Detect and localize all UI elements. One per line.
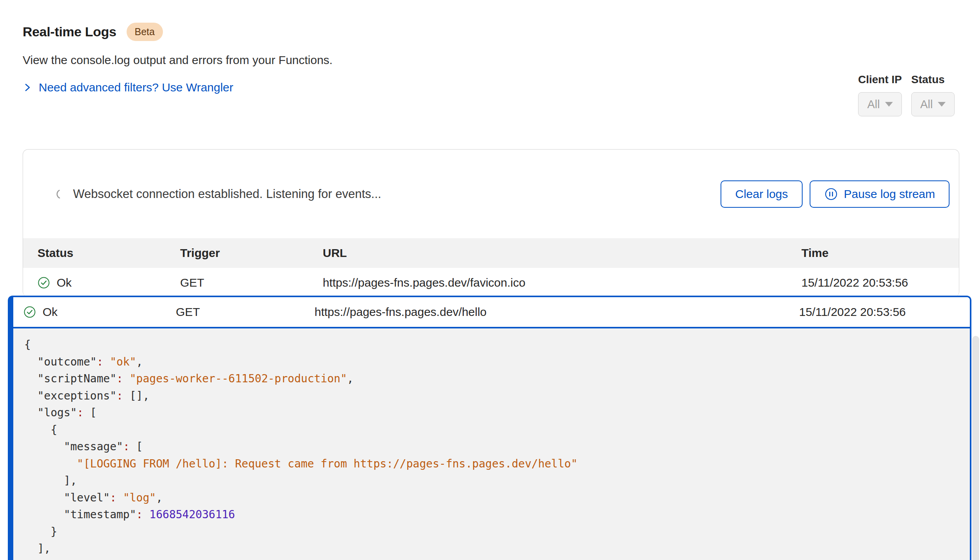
logs-card: Websocket connection established. Listen… <box>23 149 959 297</box>
time-cell: 15/11/2022 20:53:56 <box>801 276 951 289</box>
table-header: Status Trigger URL Time <box>23 238 959 268</box>
client-ip-filter-dropdown[interactable]: All <box>858 92 902 116</box>
logs-toolbar: Websocket connection established. Listen… <box>23 150 959 238</box>
status-cell: Ok <box>38 276 180 289</box>
expanded-log-entry: Ok GET https://pages-fns.pages.dev/hello… <box>8 296 971 560</box>
caret-down-icon <box>885 102 893 107</box>
chevron-right-icon <box>23 82 32 93</box>
status-label: Ok <box>43 305 57 319</box>
column-header-status: Status <box>38 246 180 260</box>
client-ip-filter-value: All <box>867 98 880 111</box>
check-circle-icon <box>38 276 50 289</box>
status-cell: Ok <box>23 305 176 319</box>
status-filter-value: All <box>920 98 933 111</box>
client-ip-filter-label: Client IP <box>858 73 902 86</box>
spinner-icon <box>56 189 67 200</box>
trigger-cell: GET <box>180 276 323 289</box>
column-header-time: Time <box>801 246 951 260</box>
scrollbar-thumb[interactable] <box>972 336 979 560</box>
clear-logs-button[interactable]: Clear logs <box>721 180 802 208</box>
filters: Client IP All Status All <box>858 73 955 116</box>
status-label: Ok <box>57 276 72 289</box>
beta-badge: Beta <box>127 23 163 41</box>
check-circle-icon <box>23 306 36 318</box>
clear-logs-button-label: Clear logs <box>735 187 788 201</box>
column-header-trigger: Trigger <box>180 246 323 260</box>
column-header-url: URL <box>323 246 801 260</box>
caret-down-icon <box>938 102 946 107</box>
trigger-cell: GET <box>176 305 315 319</box>
log-row[interactable]: Ok GET https://pages-fns.pages.dev/favic… <box>23 268 959 297</box>
connection-status-text: Websocket connection established. Listen… <box>73 187 381 201</box>
page-title: Real-time Logs <box>23 24 116 39</box>
wrangler-link[interactable]: Need advanced filters? Use Wrangler <box>23 81 233 94</box>
time-cell: 15/11/2022 20:53:56 <box>799 305 962 319</box>
realtime-logs-page: Real-time Logs Beta View the console.log… <box>0 0 980 560</box>
pause-log-stream-button[interactable]: Pause log stream <box>810 180 950 208</box>
status-filter-dropdown[interactable]: All <box>911 92 955 116</box>
wrangler-link-label: Need advanced filters? Use Wrangler <box>39 81 233 94</box>
pause-icon <box>824 187 838 201</box>
page-header: Real-time Logs Beta View the console.log… <box>23 23 333 94</box>
pause-log-stream-button-label: Pause log stream <box>844 187 935 201</box>
url-cell: https://pages-fns.pages.dev/hello <box>315 305 799 319</box>
connection-status: Websocket connection established. Listen… <box>56 187 721 201</box>
status-filter-label: Status <box>911 73 955 86</box>
page-subtitle: View the console.log output and errors f… <box>23 54 333 67</box>
log-row-selected[interactable]: Ok GET https://pages-fns.pages.dev/hello… <box>13 297 970 328</box>
url-cell: https://pages-fns.pages.dev/favicon.ico <box>323 276 801 289</box>
log-json-viewer: { "outcome": "ok", "scriptName": "pages-… <box>13 328 970 557</box>
